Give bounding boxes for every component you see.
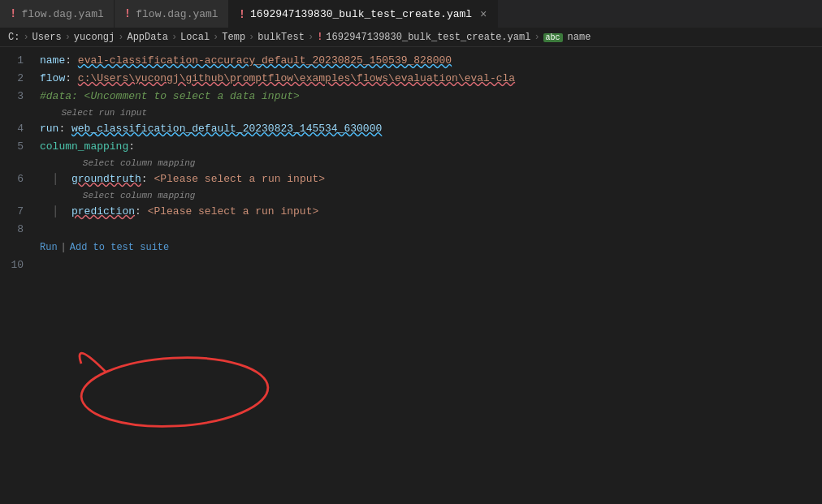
bc-abc-badge: abc [543, 33, 563, 42]
editor-line-10: 10 [0, 256, 822, 274]
hint-column-mapping-2: 7 Select column mapping [0, 188, 822, 203]
editor-line-4: 4 run: web_classification_default_202308… [0, 120, 822, 138]
val-flow-path: c:\Users\yucongj\github\promptflow\examp… [78, 72, 515, 84]
hint-column-mapping-1: 6 Select column mapping [0, 156, 822, 170]
key-column-mapping: column_mapping [40, 140, 128, 153]
editor-line-3: 3 #data: <Uncomment to select a data inp… [0, 88, 822, 106]
key-name: name [40, 54, 65, 67]
line-number-10: 10 [0, 256, 37, 274]
tab-warning-icon-2: ! [124, 7, 131, 20]
line-number-7: 7 [0, 203, 37, 221]
breadcrumb: C: › Users › yucongj › AppData › Local ›… [0, 28, 822, 47]
tab-close-button[interactable]: × [480, 8, 487, 21]
line-number-9: 9 [0, 239, 37, 256]
bc-local: Local [180, 32, 210, 43]
editor-wrapper: 1 name: eval-classification-accuracy_def… [0, 47, 822, 500]
hint-number-6: 6 [0, 156, 37, 170]
editor-line-9: 9 Run | Add to test suite [0, 239, 822, 256]
tab-warning-icon-3: ! [239, 8, 245, 21]
tab-bulk-test[interactable]: ! 1692947139830_bulk_test_create.yaml × [229, 0, 498, 28]
run-button[interactable]: Run [40, 242, 58, 253]
line-number-4: 4 [0, 120, 37, 138]
tab-flow-dag-1[interactable]: ! flow.dag.yaml [0, 0, 115, 28]
bc-username: yucongj [74, 32, 115, 43]
line-content-5: column_mapping: [37, 138, 822, 156]
hint-run-input: 4 Select run input [0, 106, 822, 120]
hint-content-col2: Select column mapping [37, 188, 822, 203]
tab-label-2: flow.dag.yaml [136, 8, 218, 20]
line-number-1: 1 [0, 52, 37, 70]
line-number-6: 6 [0, 170, 37, 188]
editor-line-1: 1 name: eval-classification-accuracy_def… [0, 52, 822, 70]
bc-filename: 1692947139830_bulk_test_create.yaml [326, 32, 530, 43]
codelens-separator: | [61, 239, 67, 256]
bc-drive: C: [8, 32, 19, 43]
line-number-2: 2 [0, 70, 37, 88]
val-groundtruth: <Please select a run input> [154, 173, 325, 185]
key-flow: flow [40, 72, 65, 84]
tab-label-1: flow.dag.yaml [21, 8, 103, 20]
key-prediction: prediction [71, 205, 135, 218]
bc-warning-icon: ! [317, 32, 322, 43]
editor-line-6: 6 │ groundtruth: <Please select a run in… [0, 170, 822, 188]
line-number-8: 8 [0, 221, 37, 239]
hint-number-4: 4 [0, 106, 37, 120]
key-groundtruth: groundtruth [71, 173, 141, 185]
line-content-2: flow: c:\Users\yucongj\github\promptflow… [37, 70, 822, 88]
editor-line-8: 8 [0, 221, 822, 239]
line-content-6: │ groundtruth: <Please select a run inpu… [37, 170, 822, 188]
bc-temp: Temp [222, 32, 245, 43]
line-content-7: │ prediction: <Please select a run input… [37, 203, 822, 221]
line-number-5: 5 [0, 138, 37, 156]
val-run: web_classification_default_20230823_1455… [71, 123, 382, 135]
hint-content-col1: Select column mapping [37, 156, 822, 170]
editor-line-5: 5 column_mapping: [0, 138, 822, 156]
bc-appdata: AppData [127, 32, 167, 43]
bc-symbol: name [568, 32, 591, 43]
bc-bulktest: bulkTest [257, 32, 305, 43]
add-to-test-suite-button[interactable]: Add to test suite [70, 242, 169, 253]
line-number-3: 3 [0, 88, 37, 106]
comment-data: #data: <Uncomment to select a data input… [40, 90, 300, 102]
val-name: eval-classification-accuracy_default_202… [78, 54, 452, 67]
tab-flow-dag-2[interactable]: ! flow.dag.yaml [115, 0, 229, 28]
val-prediction: <Please select a run input> [148, 205, 319, 218]
bc-users: Users [32, 32, 62, 43]
editor-line-2: 2 flow: c:\Users\yucongj\github\promptfl… [0, 70, 822, 88]
line-content-1: name: eval-classification-accuracy_defau… [37, 52, 822, 70]
key-run: run [40, 123, 58, 135]
codelens-container: Run | Add to test suite [37, 239, 169, 256]
tab-label-3: 1692947139830_bulk_test_create.yaml [250, 8, 472, 20]
editor-line-7: 7 │ prediction: <Please select a run inp… [0, 203, 822, 221]
line-content-3: #data: <Uncomment to select a data input… [37, 88, 822, 106]
editor: 1 name: eval-classification-accuracy_def… [0, 47, 822, 500]
line-content-4: run: web_classification_default_20230823… [37, 120, 822, 138]
hint-content-run: Select run input [37, 106, 822, 120]
hint-number-7: 7 [0, 188, 37, 203]
tab-warning-icon-1: ! [10, 7, 16, 20]
tab-bar: ! flow.dag.yaml ! flow.dag.yaml ! 169294… [0, 0, 822, 28]
